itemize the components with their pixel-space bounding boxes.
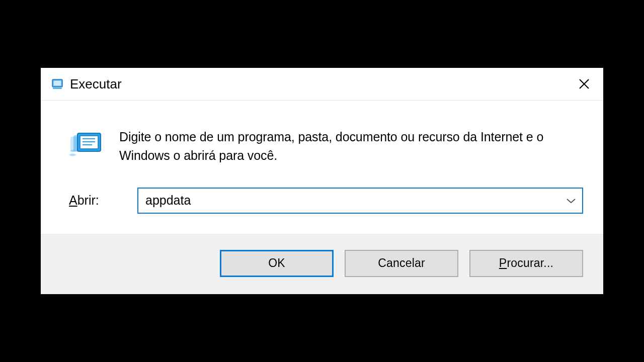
open-label: Abrir: — [69, 193, 128, 208]
ok-button[interactable]: OK — [220, 250, 334, 277]
browse-button[interactable]: Procurar... — [469, 250, 583, 277]
dialog-title: Executar — [70, 76, 122, 92]
cancel-button[interactable]: Cancelar — [345, 250, 458, 277]
close-button[interactable] — [574, 74, 594, 94]
open-combobox[interactable] — [137, 188, 583, 214]
run-large-icon — [69, 128, 105, 160]
svg-rect-1 — [54, 81, 61, 86]
button-row: OK Cancelar Procurar... — [41, 234, 603, 294]
dialog-description: Digite o nome de um programa, pasta, doc… — [119, 128, 583, 164]
open-input[interactable] — [138, 189, 560, 213]
dialog-content: Digite o nome de um programa, pasta, doc… — [41, 101, 603, 234]
description-row: Digite o nome de um programa, pasta, doc… — [61, 128, 583, 164]
svg-rect-2 — [53, 88, 62, 89]
chevron-down-icon[interactable] — [560, 189, 582, 213]
titlebar-left: Executar — [51, 76, 122, 92]
run-titlebar-icon — [51, 78, 64, 90]
input-row: Abrir: — [61, 188, 583, 214]
run-dialog: Executar — [41, 68, 603, 294]
titlebar: Executar — [41, 68, 603, 101]
